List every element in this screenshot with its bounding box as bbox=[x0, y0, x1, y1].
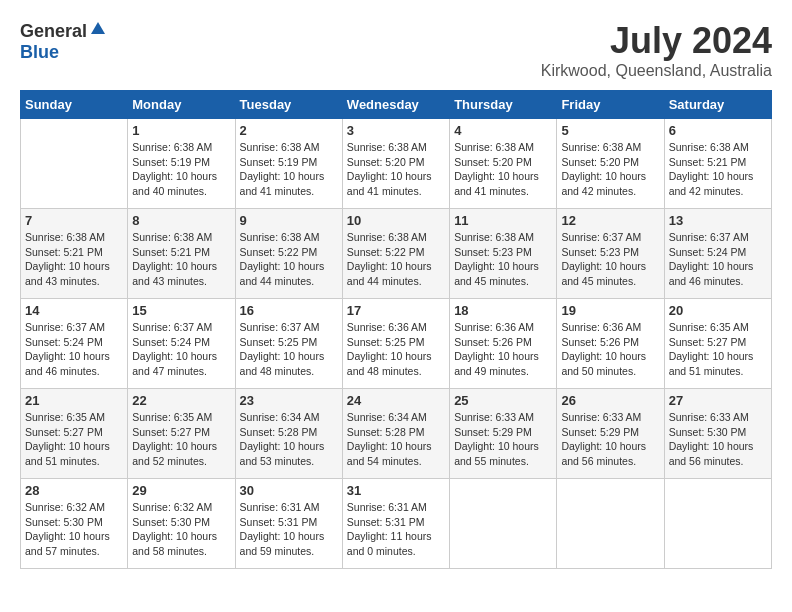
day-info: Sunrise: 6:38 AM Sunset: 5:21 PM Dayligh… bbox=[132, 230, 230, 289]
day-info: Sunrise: 6:37 AM Sunset: 5:25 PM Dayligh… bbox=[240, 320, 338, 379]
day-number: 22 bbox=[132, 393, 230, 408]
calendar-cell bbox=[21, 119, 128, 209]
day-number: 18 bbox=[454, 303, 552, 318]
calendar-cell bbox=[450, 479, 557, 569]
logo-blue-text: Blue bbox=[20, 42, 59, 63]
calendar-cell: 14Sunrise: 6:37 AM Sunset: 5:24 PM Dayli… bbox=[21, 299, 128, 389]
day-info: Sunrise: 6:37 AM Sunset: 5:24 PM Dayligh… bbox=[132, 320, 230, 379]
day-info: Sunrise: 6:32 AM Sunset: 5:30 PM Dayligh… bbox=[25, 500, 123, 559]
day-number: 4 bbox=[454, 123, 552, 138]
day-info: Sunrise: 6:38 AM Sunset: 5:20 PM Dayligh… bbox=[347, 140, 445, 199]
day-info: Sunrise: 6:35 AM Sunset: 5:27 PM Dayligh… bbox=[669, 320, 767, 379]
day-number: 20 bbox=[669, 303, 767, 318]
col-header-saturday: Saturday bbox=[664, 91, 771, 119]
calendar-week-row: 21Sunrise: 6:35 AM Sunset: 5:27 PM Dayli… bbox=[21, 389, 772, 479]
day-info: Sunrise: 6:38 AM Sunset: 5:20 PM Dayligh… bbox=[454, 140, 552, 199]
title-area: July 2024 Kirkwood, Queensland, Australi… bbox=[541, 20, 772, 80]
calendar-cell: 17Sunrise: 6:36 AM Sunset: 5:25 PM Dayli… bbox=[342, 299, 449, 389]
day-info: Sunrise: 6:38 AM Sunset: 5:22 PM Dayligh… bbox=[240, 230, 338, 289]
day-number: 27 bbox=[669, 393, 767, 408]
calendar-cell: 22Sunrise: 6:35 AM Sunset: 5:27 PM Dayli… bbox=[128, 389, 235, 479]
day-info: Sunrise: 6:34 AM Sunset: 5:28 PM Dayligh… bbox=[347, 410, 445, 469]
day-number: 29 bbox=[132, 483, 230, 498]
day-info: Sunrise: 6:38 AM Sunset: 5:22 PM Dayligh… bbox=[347, 230, 445, 289]
calendar-cell bbox=[664, 479, 771, 569]
calendar-body: 1Sunrise: 6:38 AM Sunset: 5:19 PM Daylig… bbox=[21, 119, 772, 569]
day-number: 14 bbox=[25, 303, 123, 318]
calendar-cell: 4Sunrise: 6:38 AM Sunset: 5:20 PM Daylig… bbox=[450, 119, 557, 209]
logo-general-text: General bbox=[20, 21, 87, 42]
calendar-cell: 30Sunrise: 6:31 AM Sunset: 5:31 PM Dayli… bbox=[235, 479, 342, 569]
day-number: 31 bbox=[347, 483, 445, 498]
calendar-cell: 1Sunrise: 6:38 AM Sunset: 5:19 PM Daylig… bbox=[128, 119, 235, 209]
calendar-cell: 12Sunrise: 6:37 AM Sunset: 5:23 PM Dayli… bbox=[557, 209, 664, 299]
col-header-wednesday: Wednesday bbox=[342, 91, 449, 119]
day-info: Sunrise: 6:38 AM Sunset: 5:21 PM Dayligh… bbox=[669, 140, 767, 199]
day-info: Sunrise: 6:36 AM Sunset: 5:26 PM Dayligh… bbox=[454, 320, 552, 379]
calendar-cell: 19Sunrise: 6:36 AM Sunset: 5:26 PM Dayli… bbox=[557, 299, 664, 389]
calendar-cell: 28Sunrise: 6:32 AM Sunset: 5:30 PM Dayli… bbox=[21, 479, 128, 569]
location-subtitle: Kirkwood, Queensland, Australia bbox=[541, 62, 772, 80]
col-header-monday: Monday bbox=[128, 91, 235, 119]
calendar-cell: 16Sunrise: 6:37 AM Sunset: 5:25 PM Dayli… bbox=[235, 299, 342, 389]
day-info: Sunrise: 6:38 AM Sunset: 5:23 PM Dayligh… bbox=[454, 230, 552, 289]
day-number: 6 bbox=[669, 123, 767, 138]
col-header-friday: Friday bbox=[557, 91, 664, 119]
month-year-title: July 2024 bbox=[541, 20, 772, 62]
calendar-cell: 20Sunrise: 6:35 AM Sunset: 5:27 PM Dayli… bbox=[664, 299, 771, 389]
calendar-cell: 10Sunrise: 6:38 AM Sunset: 5:22 PM Dayli… bbox=[342, 209, 449, 299]
svg-marker-0 bbox=[91, 22, 105, 34]
calendar-week-row: 1Sunrise: 6:38 AM Sunset: 5:19 PM Daylig… bbox=[21, 119, 772, 209]
calendar-header-row: SundayMondayTuesdayWednesdayThursdayFrid… bbox=[21, 91, 772, 119]
day-number: 23 bbox=[240, 393, 338, 408]
day-info: Sunrise: 6:38 AM Sunset: 5:19 PM Dayligh… bbox=[132, 140, 230, 199]
col-header-thursday: Thursday bbox=[450, 91, 557, 119]
calendar-cell: 29Sunrise: 6:32 AM Sunset: 5:30 PM Dayli… bbox=[128, 479, 235, 569]
day-number: 19 bbox=[561, 303, 659, 318]
day-info: Sunrise: 6:34 AM Sunset: 5:28 PM Dayligh… bbox=[240, 410, 338, 469]
day-info: Sunrise: 6:32 AM Sunset: 5:30 PM Dayligh… bbox=[132, 500, 230, 559]
day-number: 1 bbox=[132, 123, 230, 138]
day-number: 7 bbox=[25, 213, 123, 228]
day-number: 3 bbox=[347, 123, 445, 138]
day-number: 21 bbox=[25, 393, 123, 408]
page-header: General Blue July 2024 Kirkwood, Queensl… bbox=[20, 20, 772, 80]
calendar-cell: 7Sunrise: 6:38 AM Sunset: 5:21 PM Daylig… bbox=[21, 209, 128, 299]
calendar-week-row: 14Sunrise: 6:37 AM Sunset: 5:24 PM Dayli… bbox=[21, 299, 772, 389]
day-number: 12 bbox=[561, 213, 659, 228]
day-number: 25 bbox=[454, 393, 552, 408]
day-number: 24 bbox=[347, 393, 445, 408]
calendar-cell: 27Sunrise: 6:33 AM Sunset: 5:30 PM Dayli… bbox=[664, 389, 771, 479]
day-number: 26 bbox=[561, 393, 659, 408]
day-info: Sunrise: 6:38 AM Sunset: 5:19 PM Dayligh… bbox=[240, 140, 338, 199]
day-number: 8 bbox=[132, 213, 230, 228]
calendar-cell: 9Sunrise: 6:38 AM Sunset: 5:22 PM Daylig… bbox=[235, 209, 342, 299]
calendar-cell: 23Sunrise: 6:34 AM Sunset: 5:28 PM Dayli… bbox=[235, 389, 342, 479]
day-number: 2 bbox=[240, 123, 338, 138]
day-info: Sunrise: 6:31 AM Sunset: 5:31 PM Dayligh… bbox=[240, 500, 338, 559]
calendar-cell: 13Sunrise: 6:37 AM Sunset: 5:24 PM Dayli… bbox=[664, 209, 771, 299]
day-info: Sunrise: 6:31 AM Sunset: 5:31 PM Dayligh… bbox=[347, 500, 445, 559]
calendar-week-row: 7Sunrise: 6:38 AM Sunset: 5:21 PM Daylig… bbox=[21, 209, 772, 299]
day-number: 17 bbox=[347, 303, 445, 318]
day-info: Sunrise: 6:38 AM Sunset: 5:20 PM Dayligh… bbox=[561, 140, 659, 199]
calendar-cell: 8Sunrise: 6:38 AM Sunset: 5:21 PM Daylig… bbox=[128, 209, 235, 299]
calendar-week-row: 28Sunrise: 6:32 AM Sunset: 5:30 PM Dayli… bbox=[21, 479, 772, 569]
day-info: Sunrise: 6:37 AM Sunset: 5:24 PM Dayligh… bbox=[669, 230, 767, 289]
day-number: 10 bbox=[347, 213, 445, 228]
calendar-cell: 11Sunrise: 6:38 AM Sunset: 5:23 PM Dayli… bbox=[450, 209, 557, 299]
calendar-cell: 18Sunrise: 6:36 AM Sunset: 5:26 PM Dayli… bbox=[450, 299, 557, 389]
calendar-cell: 26Sunrise: 6:33 AM Sunset: 5:29 PM Dayli… bbox=[557, 389, 664, 479]
calendar-cell: 3Sunrise: 6:38 AM Sunset: 5:20 PM Daylig… bbox=[342, 119, 449, 209]
day-info: Sunrise: 6:33 AM Sunset: 5:29 PM Dayligh… bbox=[561, 410, 659, 469]
calendar-cell: 2Sunrise: 6:38 AM Sunset: 5:19 PM Daylig… bbox=[235, 119, 342, 209]
calendar-cell: 25Sunrise: 6:33 AM Sunset: 5:29 PM Dayli… bbox=[450, 389, 557, 479]
calendar-table: SundayMondayTuesdayWednesdayThursdayFrid… bbox=[20, 90, 772, 569]
day-number: 5 bbox=[561, 123, 659, 138]
logo-icon bbox=[89, 20, 107, 38]
col-header-tuesday: Tuesday bbox=[235, 91, 342, 119]
calendar-cell: 21Sunrise: 6:35 AM Sunset: 5:27 PM Dayli… bbox=[21, 389, 128, 479]
day-info: Sunrise: 6:37 AM Sunset: 5:23 PM Dayligh… bbox=[561, 230, 659, 289]
calendar-cell: 31Sunrise: 6:31 AM Sunset: 5:31 PM Dayli… bbox=[342, 479, 449, 569]
calendar-cell: 6Sunrise: 6:38 AM Sunset: 5:21 PM Daylig… bbox=[664, 119, 771, 209]
